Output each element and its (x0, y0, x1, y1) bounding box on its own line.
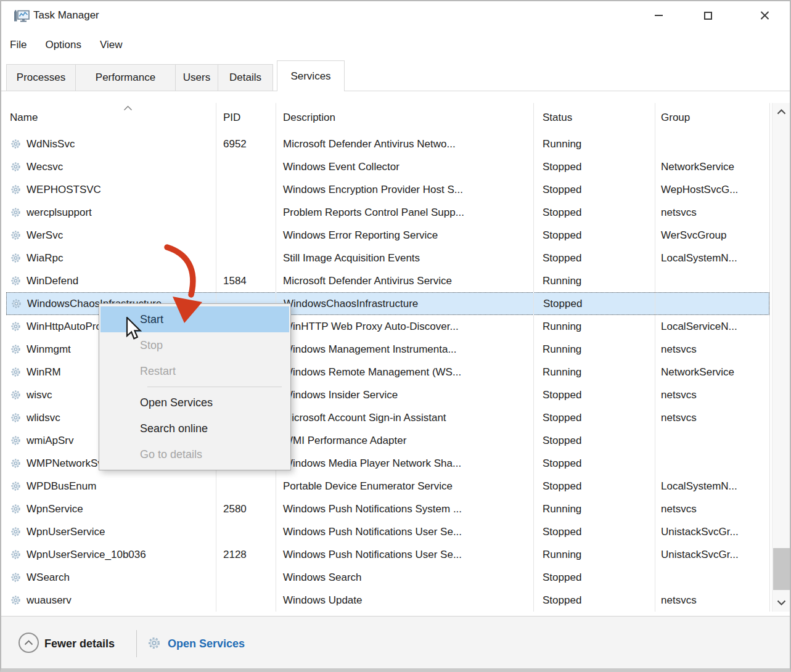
context-menu-item-search-online[interactable]: Search online (99, 416, 290, 441)
tab-performance[interactable]: Performance (75, 64, 176, 91)
scrollbar-thumb[interactable] (773, 548, 790, 590)
status-cell: Running (533, 366, 655, 379)
chevron-up-icon (24, 640, 33, 645)
gear-icon (10, 457, 22, 469)
description-cell: Portable Device Enumerator Service (276, 480, 533, 493)
tab-users[interactable]: Users (175, 64, 218, 91)
scroll-up-icon[interactable] (777, 109, 786, 115)
gear-icon (10, 549, 22, 560)
context-menu-item-go-to-details: Go to details (99, 441, 290, 467)
group-cell: netsvcs (655, 503, 769, 515)
gear-icon (10, 275, 22, 287)
column-header-group[interactable]: Group (655, 112, 769, 124)
pid-cell: 2128 (216, 549, 276, 561)
context-menu-item-open-services[interactable]: Open Services (99, 390, 290, 416)
scroll-down-icon[interactable] (777, 600, 786, 605)
tab-strip-divider (1, 91, 790, 91)
column-header-description[interactable]: Description (276, 112, 533, 124)
status-cell: Running (533, 275, 655, 287)
name-cell: WpnUserService_10b036 (6, 549, 216, 561)
status-cell: Stopped (533, 435, 655, 447)
group-cell: NetworkService (655, 161, 769, 173)
group-cell: netsvcs (655, 207, 769, 219)
name-cell: Wecsvc (6, 161, 216, 173)
tab-details[interactable]: Details (218, 64, 273, 91)
fewer-details-toggle[interactable] (18, 633, 39, 653)
column-header-status[interactable]: Status (533, 112, 655, 124)
column-divider (655, 103, 655, 612)
group-cell: netsvcs (655, 412, 769, 424)
gear-icon (10, 412, 22, 424)
description-cell: WindowsChaosInfrastructure (276, 298, 534, 310)
minimize-button[interactable] (640, 1, 677, 30)
status-cell: Stopped (533, 457, 655, 470)
name-cell: WiaRpc (6, 252, 216, 264)
menu-options[interactable]: Options (45, 39, 81, 51)
menu-view[interactable]: View (100, 39, 123, 51)
gear-icon (10, 184, 22, 195)
description-cell: Still Image Acquisition Events (276, 252, 533, 264)
column-header-name[interactable]: Name (6, 112, 216, 124)
name-cell: WpnUserService (6, 526, 216, 538)
vertical-scrollbar[interactable] (772, 103, 790, 612)
description-cell: Windows Insider Service (276, 389, 533, 401)
group-cell: LocalServiceN... (655, 321, 769, 333)
description-cell: WinHTTP Web Proxy Auto-Discover... (276, 321, 533, 333)
close-button[interactable] (746, 1, 783, 30)
description-cell: Windows Media Player Network Sha... (276, 457, 533, 470)
window-title: Task Manager (33, 9, 99, 22)
context-menu-item-start[interactable]: Start (100, 306, 289, 332)
tab-services[interactable]: Services (277, 60, 345, 91)
status-cell: Stopped (533, 252, 655, 264)
name-cell: WerSvc (6, 229, 216, 242)
column-header-pid[interactable]: PID (216, 112, 276, 124)
gear-icon (10, 229, 22, 241)
name-cell: WPDBusEnum (6, 480, 216, 493)
group-cell: LocalSystemN... (655, 252, 769, 264)
name-cell: WEPHOSTSVC (6, 184, 216, 196)
gear-icon (10, 298, 22, 309)
description-cell: Microsoft Defender Antivirus Service (276, 275, 533, 287)
context-menu-item-restart: Restart (99, 358, 290, 384)
column-divider (533, 103, 534, 612)
description-cell: Windows Push Notifications System ... (276, 503, 533, 515)
pid-cell: 6952 (216, 138, 276, 150)
menu-file[interactable]: File (10, 39, 27, 51)
status-cell: Running (533, 503, 655, 515)
fewer-details-label[interactable]: Fewer details (44, 637, 115, 650)
gear-icon (10, 207, 22, 218)
gear-icon (147, 636, 162, 650)
group-cell: netsvcs (655, 389, 769, 401)
gear-icon (10, 526, 22, 538)
gear-icon (10, 594, 22, 606)
description-cell: Windows Event Collector (276, 161, 533, 173)
group-cell: netsvcs (655, 343, 769, 356)
description-cell: Windows Management Instrumenta... (276, 343, 533, 356)
footer-divider (136, 630, 137, 657)
minimize-icon (655, 15, 663, 16)
group-cell: netsvcs (655, 594, 769, 607)
status-cell: Stopped (533, 572, 655, 584)
description-cell: Windows Search (276, 572, 533, 584)
description-cell: Windows Push Notifications User Se... (276, 549, 533, 561)
open-services-link[interactable]: Open Services (168, 637, 245, 650)
footer-bar: Fewer details Open Services (1, 616, 790, 670)
menu-bar: File Options View (10, 31, 123, 59)
title-bar: Task Manager (1, 1, 790, 31)
gear-icon (10, 503, 22, 515)
status-cell: Stopped (533, 594, 655, 607)
name-cell: WSearch (6, 572, 216, 584)
status-cell: Running (533, 321, 655, 333)
group-cell: UnistackSvcGr... (655, 549, 769, 561)
column-divider (769, 103, 770, 612)
status-cell: Stopped (533, 207, 655, 219)
description-cell: Windows Encryption Provider Host S... (276, 184, 533, 196)
gear-icon (10, 161, 22, 173)
gear-icon (10, 389, 22, 401)
name-cell: WpnService (6, 503, 216, 515)
description-cell: Microsoft Defender Antivirus Netwo... (276, 138, 533, 150)
tab-processes[interactable]: Processes (6, 64, 76, 91)
gear-icon (10, 366, 22, 378)
maximize-button[interactable] (689, 1, 726, 30)
maximize-icon (704, 12, 712, 20)
